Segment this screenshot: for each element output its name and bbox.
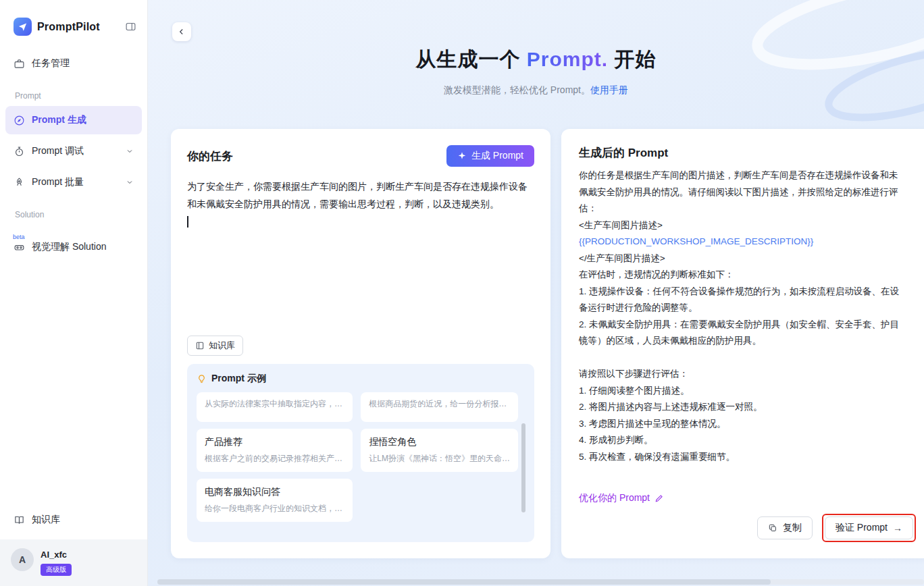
section-label-solution: Solution: [5, 199, 142, 225]
optimize-prompt-link[interactable]: 优化你的 Prompt: [579, 492, 664, 504]
example-desc: 让LM扮演《黑神话：悟空》里的天命…: [369, 453, 510, 464]
generate-prompt-label: 生成 Prompt: [471, 150, 523, 162]
vision-icon: [14, 242, 25, 253]
app-name: PromptPilot: [37, 21, 120, 33]
chevron-left-icon: [177, 27, 186, 36]
title-suffix: 开始: [608, 48, 656, 70]
copy-icon: [768, 523, 777, 533]
page-title: 从生成一个 Prompt. 开始: [148, 46, 924, 74]
example-card[interactable]: 从实际的法律案宗中抽取指定内容，…: [197, 392, 353, 422]
app-logo-icon: [14, 18, 32, 36]
task-input[interactable]: 为了安全生产，你需要根据生产车间的图片，判断生产车间是否存在违规操作设备和未佩戴…: [187, 178, 534, 213]
title-prefix: 从生成一个: [415, 48, 526, 70]
prompt-line: 4. 形成初步判断。: [579, 432, 916, 449]
sidebar-header: PromptPilot: [0, 0, 147, 49]
prompt-debug-icon: [14, 146, 25, 157]
prompt-line: 3. 考虑图片描述中呈现的整体情况。: [579, 416, 916, 433]
back-button[interactable]: [172, 22, 191, 41]
title-highlight: Prompt.: [527, 48, 608, 70]
sidebar-item-prompt-debug[interactable]: Prompt 调试: [5, 137, 142, 165]
prompt-line: <生产车间图片描述>: [579, 217, 916, 234]
sparkle-icon: [457, 151, 467, 161]
prompt-examples-panel: Prompt 示例 从实际的法律案宗中抽取指定内容，… 根据商品期货的近况，给一…: [187, 364, 534, 542]
prompt-line: [579, 350, 916, 367]
example-card[interactable]: 捏悟空角色 让LM扮演《黑神话：悟空》里的天命…: [361, 429, 518, 472]
book-icon: [14, 514, 25, 526]
prompt-line: </生产车间图片描述>: [579, 250, 916, 267]
sidebar-item-knowledge-base[interactable]: 知识库: [5, 506, 142, 534]
prompt-line: 2. 未佩戴安全防护用具：在需要佩戴安全防护用具（如安全帽、安全手套、护目: [579, 317, 916, 334]
example-desc: 从实际的法律案宗中抽取指定内容，…: [205, 398, 344, 410]
example-desc: 给你一段电商客户行业的知识文档，…: [205, 503, 344, 514]
page-subtitle: 激发模型潜能，轻松优化 Prompt。使用手册: [148, 84, 924, 97]
prompt-line: 备运行时进行危险的调整等。: [579, 300, 916, 317]
arrow-right-icon: →: [893, 523, 902, 533]
knowledge-chip-label: 知识库: [209, 340, 235, 352]
nav-label: 视觉理解 Solution: [32, 241, 106, 253]
horizontal-scrollbar-thumb[interactable]: [157, 579, 771, 585]
briefcase-icon: [14, 58, 25, 70]
chevron-down-icon[interactable]: [126, 147, 134, 155]
prompt-line: 5. 再次检查，确保没有遗漏重要细节。: [579, 449, 916, 466]
example-card[interactable]: 根据商品期货的近况，给一份分析报…: [361, 392, 518, 422]
example-desc: 根据客户之前的交易记录推荐相关产…: [205, 453, 344, 464]
example-title: 捏悟空角色: [369, 436, 510, 448]
prompt-line: 2. 将图片描述内容与上述违规标准逐一对照。: [579, 399, 916, 416]
sidebar-item-task-management[interactable]: 任务管理: [5, 49, 142, 78]
verify-prompt-button[interactable]: 验证 Prompt →: [825, 516, 913, 539]
chevron-down-icon[interactable]: [126, 178, 134, 186]
prompt-line: 请按照以下步骤进行评估：: [579, 366, 916, 383]
verify-prompt-label: 验证 Prompt: [836, 522, 888, 534]
prompt-line: 佩戴安全防护用具的情况。请仔细阅读以下图片描述，并按照给定的标准进行评: [579, 184, 916, 201]
sidebar-nav: 任务管理 Prompt Prompt 生成 Prompt 调试 Prompt 批…: [0, 49, 147, 264]
generated-prompt-card: 生成后的 Prompt 你的任务是根据生产车间的图片描述，判断生产车间是否存在违…: [561, 129, 924, 558]
copy-button-label: 复制: [783, 522, 802, 534]
result-actions: 复制 验证 Prompt →: [579, 514, 916, 542]
generated-prompt-title: 生成后的 Prompt: [579, 145, 916, 161]
subtitle-text: 激发模型潜能，轻松优化 Prompt。: [444, 84, 590, 95]
manual-link[interactable]: 使用手册: [590, 84, 628, 95]
prompt-line: 1. 违规操作设备：任何不符合设备操作规范的行为，如未按流程启动设备、在设: [579, 284, 916, 300]
vision-icon-wrap: beta: [14, 242, 25, 253]
sidebar-item-prompt-generate[interactable]: Prompt 生成: [5, 106, 142, 134]
example-card[interactable]: 产品推荐 根据客户之前的交易记录推荐相关产…: [197, 429, 353, 472]
copy-button[interactable]: 复制: [757, 516, 813, 539]
prompt-placeholder-variable: {{PRODUCTION_WORKSHOP_IMAGE_DESCRIPTION}…: [579, 234, 916, 250]
horizontal-scrollbar[interactable]: [157, 579, 924, 585]
pencil-icon: [654, 494, 664, 503]
task-card: 你的任务 生成 Prompt 为了安全生产，你需要根据生产车间的图片，判断生产车…: [171, 129, 550, 558]
plan-badge: 高级版: [41, 564, 72, 576]
sidebar-item-vision-solution[interactable]: beta 视觉理解 Solution: [5, 233, 142, 261]
sidebar-item-prompt-batch[interactable]: Prompt 批量: [5, 168, 142, 196]
sidebar: PromptPilot 任务管理 Prompt Prompt 生成 Prompt…: [0, 0, 148, 586]
cards-row: 你的任务 生成 Prompt 为了安全生产，你需要根据生产车间的图片，判断生产车…: [148, 129, 924, 558]
nav-label: 知识库: [32, 514, 60, 526]
examples-scrollbar[interactable]: [521, 423, 525, 512]
nav-label: 任务管理: [32, 57, 70, 70]
knowledge-base-chip[interactable]: 知识库: [187, 336, 243, 356]
examples-header: Prompt 示例: [197, 373, 526, 385]
panel-toggle-icon[interactable]: [125, 21, 136, 32]
example-desc: 根据商品期货的近况，给一份分析报…: [369, 398, 510, 410]
examples-grid: 从实际的法律案宗中抽取指定内容，… 根据商品期货的近况，给一份分析报… 产品推荐…: [197, 392, 518, 522]
examples-title: Prompt 示例: [211, 373, 266, 385]
beta-badge: beta: [13, 234, 25, 240]
prompt-line: 在评估时，违规情况的判断标准如下：: [579, 267, 916, 284]
user-section[interactable]: A AI_xfc 高级版: [0, 539, 147, 586]
prompt-line: 镜等）的区域，人员未佩戴相应的防护用具。: [579, 333, 916, 350]
app-root: PromptPilot 任务管理 Prompt Prompt 生成 Prompt…: [0, 0, 924, 586]
user-name: AI_xfc: [41, 550, 72, 560]
generate-prompt-button[interactable]: 生成 Prompt: [446, 145, 534, 167]
task-card-header: 你的任务 生成 Prompt: [187, 145, 534, 167]
lightbulb-icon: [197, 374, 207, 384]
knowledge-chip-icon: [195, 341, 205, 350]
nav-label: Prompt 调试: [32, 145, 84, 157]
task-card-title: 你的任务: [187, 149, 233, 164]
sidebar-bottom: 知识库 A AI_xfc 高级版: [0, 506, 147, 586]
examples-scroll-area: 从实际的法律案宗中抽取指定内容，… 根据商品期货的近况，给一份分析报… 产品推荐…: [197, 392, 526, 535]
annotation-highlight: 验证 Prompt →: [822, 514, 916, 542]
example-card[interactable]: 电商客服知识问答 给你一段电商客户行业的知识文档，…: [197, 479, 353, 522]
prompt-batch-icon: [14, 177, 25, 188]
main-area: 从生成一个 Prompt. 开始 激发模型潜能，轻松优化 Prompt。使用手册…: [148, 0, 924, 586]
user-info: AI_xfc 高级版: [41, 548, 72, 576]
